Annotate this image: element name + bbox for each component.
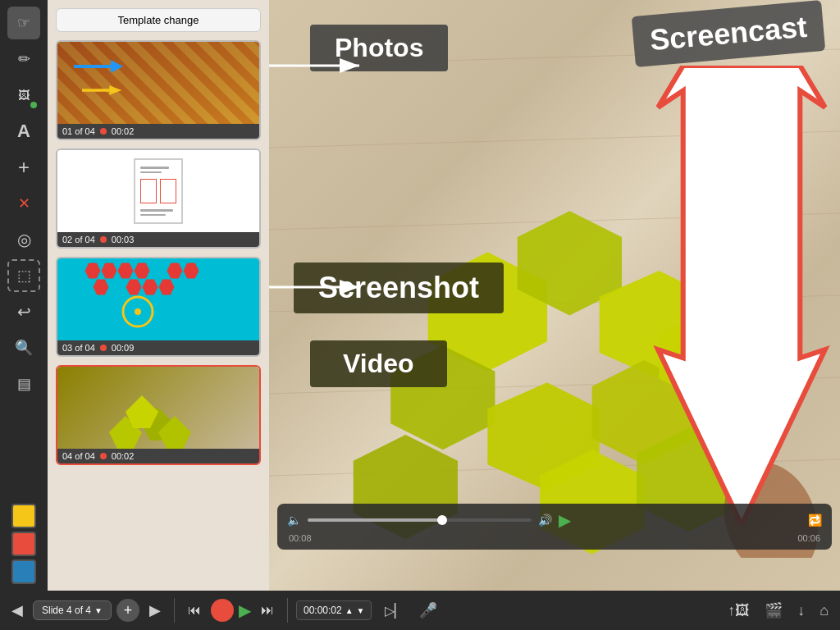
- chevron-down-icon: ▼: [94, 606, 103, 615]
- slide-3-label: 03 of 04: [62, 343, 95, 353]
- svg-marker-13: [158, 279, 175, 295]
- video-export-button[interactable]: 🎬: [760, 598, 788, 623]
- zoom-tool[interactable]: 🔍: [7, 331, 40, 364]
- volume-icon[interactable]: 🔈: [287, 514, 301, 527]
- rewind-button[interactable]: ⏮: [183, 600, 206, 621]
- slide-thumb-3[interactable]: 03 of 04 00:09: [56, 257, 261, 357]
- svg-marker-5: [134, 262, 150, 279]
- slide-1-rec: [100, 128, 107, 135]
- progress-bar[interactable]: [308, 518, 532, 522]
- slide-4-rec: [100, 453, 107, 459]
- slide-2-doc: [134, 158, 183, 224]
- cursor-tool[interactable]: ☞: [7, 7, 40, 39]
- template-change-button[interactable]: Template change: [56, 8, 261, 32]
- layers-tool[interactable]: ▤: [7, 368, 40, 400]
- svg-marker-12: [142, 279, 158, 295]
- slide-4-time: 00:02: [112, 451, 135, 461]
- video-label: Video: [310, 340, 447, 387]
- forward-button[interactable]: ▶: [144, 598, 166, 623]
- progress-fill: [308, 518, 442, 522]
- svg-marker-1: [82, 85, 121, 95]
- chevron-up-icon: ▲: [345, 606, 354, 615]
- mic-button[interactable]: 🎤: [414, 598, 442, 623]
- slide-thumb-1[interactable]: 01 of 04 00:02: [56, 40, 261, 140]
- svg-marker-7: [167, 262, 183, 279]
- arrow-to-screenshot: [269, 271, 376, 304]
- text-tool[interactable]: A: [7, 115, 40, 148]
- share-button[interactable]: ↑🖼: [723, 599, 755, 623]
- export-video-icon[interactable]: ▷▏: [380, 600, 409, 622]
- arrow-to-photos: [269, 41, 376, 90]
- progress-knob[interactable]: [437, 515, 447, 525]
- slide-thumb-2[interactable]: 02 of 04 00:03: [56, 148, 261, 249]
- slide-2-time: 00:03: [112, 235, 135, 244]
- slide-3-time: 00:09: [112, 343, 135, 353]
- svg-marker-11: [126, 279, 142, 295]
- svg-marker-3: [101, 262, 117, 279]
- color-red[interactable]: [11, 532, 36, 556]
- slide-thumb-4[interactable]: 04 of 04 00:02: [56, 365, 261, 465]
- big-arrow: [651, 66, 832, 525]
- slide-3-rec: [100, 345, 107, 351]
- time-counter[interactable]: 00:00:02 ▲ ▼: [296, 600, 372, 620]
- image-tool[interactable]: 🖼: [7, 79, 40, 112]
- time-display: 00:00:02: [304, 605, 342, 616]
- add-slide-button[interactable]: +: [116, 599, 139, 622]
- pen-tool[interactable]: ✏: [7, 43, 40, 75]
- time-remaining: 00:06: [797, 533, 820, 543]
- play-button[interactable]: ▶: [239, 600, 251, 620]
- svg-marker-4: [117, 262, 134, 279]
- svg-marker-10: [109, 279, 126, 295]
- download-button[interactable]: ↓: [792, 599, 810, 623]
- slide-4-label: 04 of 04: [62, 451, 95, 461]
- bottom-toolbar: ◀ Slide 4 of 4 ▼ + ▶ ⏮ ▶ ⏭ 00:00:02 ▲ ▼ …: [0, 591, 840, 630]
- slide-panel: Template change 01 of 04 00:02: [48, 0, 269, 591]
- slide-2-rec: [100, 236, 107, 243]
- delete-tool[interactable]: ✕: [7, 187, 40, 220]
- play-pause-button[interactable]: ▶: [559, 510, 571, 530]
- add-tool[interactable]: +: [7, 151, 40, 184]
- color-yellow[interactable]: [11, 504, 36, 528]
- slide-navigator[interactable]: Slide 4 of 4 ▼: [33, 600, 112, 620]
- slide-1-label: 01 of 04: [62, 126, 95, 136]
- divider-1: [174, 598, 175, 623]
- home-button[interactable]: ⌂: [815, 599, 833, 623]
- svg-marker-6: [150, 262, 167, 279]
- volume-up-icon[interactable]: 🔊: [538, 514, 552, 527]
- divider-2: [287, 598, 288, 623]
- chevron-down-icon2: ▼: [357, 606, 365, 615]
- svg-marker-2: [84, 262, 101, 279]
- slide-1-time: 00:02: [112, 126, 135, 136]
- back-button[interactable]: ◀: [7, 598, 28, 623]
- svg-marker-9: [93, 279, 109, 295]
- left-toolbar: ☞ ✏ 🖼 A + ✕ ◎ ⬚ ↩ 🔍 ▤: [0, 0, 48, 591]
- fast-forward-button[interactable]: ⏭: [256, 600, 279, 621]
- svg-marker-8: [183, 262, 199, 279]
- video-player: 🔈 🔊 ▶ 🔁 00:08 00:06: [277, 504, 832, 550]
- main-area: Photos Screencast Screenshot Video: [269, 0, 840, 591]
- loop-button[interactable]: 🔁: [808, 514, 822, 527]
- svg-point-15: [135, 308, 141, 315]
- color-blue[interactable]: [11, 559, 36, 584]
- undo-tool[interactable]: ↩: [7, 295, 40, 328]
- svg-marker-37: [658, 66, 825, 525]
- svg-marker-0: [74, 60, 123, 73]
- time-elapsed: 00:08: [289, 533, 312, 543]
- target-tool[interactable]: ◎: [7, 223, 40, 256]
- selection-tool[interactable]: ⬚: [7, 259, 40, 292]
- slide-nav-label: Slide 4 of 4: [42, 605, 91, 616]
- slide-2-label: 02 of 04: [62, 235, 95, 244]
- record-button[interactable]: [211, 599, 234, 622]
